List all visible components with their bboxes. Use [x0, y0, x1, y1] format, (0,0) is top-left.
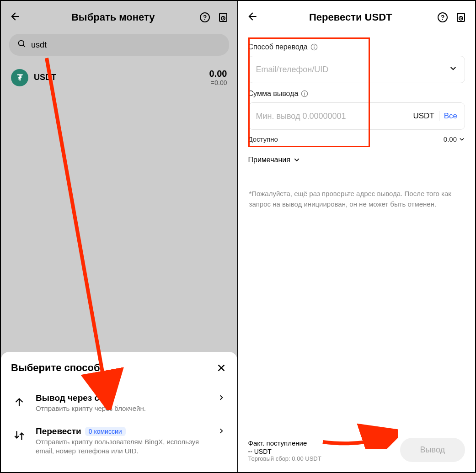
- fee-text: Торговый сбор: 0.00 USDT: [248, 455, 321, 462]
- available-label: Доступно: [248, 135, 278, 143]
- notes-toggle[interactable]: Примечания: [248, 156, 465, 164]
- coin-balance: 0.00: [209, 69, 227, 79]
- svg-line-5: [47, 58, 106, 393]
- option-desc: Отправить крипту пользователям BingX, ис…: [36, 437, 210, 456]
- usdt-coin-icon: ₮: [11, 69, 28, 86]
- svg-rect-12: [314, 47, 314, 49]
- back-icon[interactable]: [246, 11, 258, 22]
- search-input[interactable]: [31, 40, 221, 50]
- chevron-down-icon[interactable]: [449, 64, 457, 74]
- svg-point-14: [305, 92, 305, 93]
- coin-symbol: USDT: [34, 73, 56, 82]
- method-sheet: Выберите способ Вывод через сеть Отправи…: [1, 352, 237, 472]
- svg-point-4: [19, 41, 24, 46]
- option-transfer[interactable]: Перевести 0 комиссии Отправить крипту по…: [11, 420, 227, 462]
- coin-row[interactable]: ₮ USDT 0.00 =0.00: [1, 56, 237, 86]
- svg-text:?: ?: [203, 14, 207, 21]
- amount-input[interactable]: [256, 112, 409, 121]
- option-title: Вывод через сеть: [36, 393, 113, 403]
- currency-suffix: USDT: [413, 112, 434, 121]
- help-icon[interactable]: ?: [437, 11, 449, 23]
- info-icon[interactable]: [310, 43, 318, 51]
- svg-point-11: [314, 45, 315, 46]
- page-title: Перевести USDT: [265, 11, 437, 23]
- sheet-title: Выберите способ: [11, 362, 100, 374]
- submit-button[interactable]: Вывод: [400, 438, 465, 462]
- back-icon[interactable]: [9, 11, 21, 22]
- all-button[interactable]: Все: [444, 112, 457, 121]
- svg-rect-15: [305, 93, 305, 96]
- swap-icon: [11, 426, 27, 445]
- available-value: 0.00: [444, 135, 457, 143]
- search-icon: [17, 39, 27, 50]
- amount-field[interactable]: USDT Все: [248, 102, 465, 130]
- page-title: Выбрать монету: [27, 11, 199, 23]
- available-value-toggle[interactable]: 0.00: [444, 135, 465, 143]
- chevron-right-icon: [218, 426, 227, 436]
- method-label: Способ перевода: [248, 43, 308, 51]
- disclaimer-text: *Пожалуйста, ещё раз проверьте адрес выв…: [248, 189, 465, 209]
- arrow-up-icon: [11, 393, 27, 411]
- chevron-down-icon: [293, 156, 300, 164]
- option-network-withdraw[interactable]: Вывод через сеть Отправить крипту через …: [11, 387, 227, 420]
- option-desc: Отправить крипту через блокчейн.: [36, 404, 210, 413]
- history-icon[interactable]: [455, 11, 467, 23]
- chevron-right-icon: [218, 393, 227, 402]
- option-title: Перевести: [36, 426, 81, 436]
- actual-receive-value: -- USDT: [248, 448, 321, 455]
- info-icon[interactable]: [301, 90, 308, 97]
- actual-receive-label: Факт. поступление: [248, 439, 321, 447]
- method-field[interactable]: [248, 56, 465, 83]
- notes-label: Примечания: [248, 156, 290, 164]
- method-input[interactable]: [256, 65, 445, 74]
- search-box[interactable]: [9, 34, 229, 56]
- divider: [439, 111, 439, 121]
- close-icon[interactable]: [215, 362, 227, 374]
- svg-text:?: ?: [441, 14, 445, 21]
- zero-fee-badge: 0 комиссии: [85, 427, 126, 436]
- history-icon[interactable]: [217, 11, 229, 23]
- coin-balance-sub: =0.00: [209, 79, 227, 86]
- amount-label: Сумма вывода: [248, 90, 299, 98]
- help-icon[interactable]: ?: [199, 11, 211, 23]
